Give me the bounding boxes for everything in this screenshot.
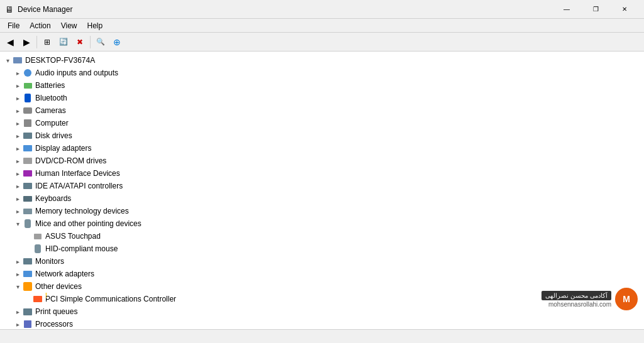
tree-label-touchpad: ASUS Touchpad [45, 232, 101, 241]
expand-arrow-display[interactable] [13, 143, 23, 153]
tree-item-hid-mouse[interactable]: HID-compliant mouse [0, 242, 644, 255]
toolbar-sep-1 [36, 36, 37, 48]
close-button[interactable]: ✕ [610, 0, 639, 19]
icon-bluetooth [23, 93, 33, 103]
tree-item-processors[interactable]: Processors [0, 318, 644, 329]
icon-audio [23, 68, 33, 78]
tree-label-network: Network adapters [35, 270, 94, 278]
menu-item-view[interactable]: View [56, 20, 82, 31]
expand-arrow-network[interactable] [13, 269, 23, 279]
icon-print [23, 307, 33, 317]
tree-label-print-queues: Print queues [35, 307, 77, 316]
expand-arrow-keyboards[interactable] [13, 193, 23, 204]
expand-arrow-processors[interactable] [13, 319, 23, 329]
tree-item-disk[interactable]: Disk drives [0, 129, 644, 142]
minimize-button[interactable]: — [552, 0, 581, 19]
icon-display [23, 143, 33, 153]
maximize-button[interactable]: ❐ [581, 0, 610, 19]
menu-item-file[interactable]: File [3, 20, 25, 31]
icon-hid [23, 168, 33, 178]
tree-item-computer[interactable]: Computer [0, 117, 644, 129]
expand-arrow-hid[interactable] [13, 168, 23, 178]
icon-camera [23, 106, 33, 116]
expand-arrow-disk[interactable] [13, 131, 23, 141]
expand-arrow-computer[interactable] [13, 118, 23, 128]
tree-label-audio: Audio inputs and outputs [35, 68, 118, 77]
tree-label-cameras: Cameras [35, 106, 66, 115]
tree-label-dvd: DVD/CD-ROM drives [35, 156, 106, 165]
expand-arrow-cameras[interactable] [13, 106, 23, 116]
tree-label-computer: Computer [35, 119, 69, 128]
tree-label-hid: Human Interface Devices [35, 169, 120, 178]
tree-label-hid-mouse: HID-compliant mouse [45, 244, 118, 253]
tree-label-processors: Processors [35, 320, 73, 329]
menu-bar: FileActionViewHelp [0, 19, 644, 33]
expand-arrow-root[interactable] [3, 55, 13, 65]
tree-label-root: DESKTOP-FV3674A [25, 56, 95, 65]
tree-item-bluetooth[interactable]: Bluetooth [0, 92, 644, 104]
add-legacy-button[interactable]: ⊕ [109, 35, 125, 50]
icon-chip [23, 118, 33, 128]
tree-item-display[interactable]: Display adapters [0, 142, 644, 155]
properties-button[interactable]: ⊞ [40, 35, 55, 50]
expand-arrow-dvd[interactable] [13, 156, 23, 166]
window-controls: — ❐ ✕ [552, 0, 639, 19]
watermark-logo: M [615, 288, 638, 310]
icon-disk [23, 131, 33, 141]
expand-arrow-mice-parent[interactable] [13, 219, 23, 229]
tree-label-bluetooth: Bluetooth [35, 94, 67, 102]
tree-item-memory[interactable]: Memory technology devices [0, 205, 644, 217]
tree-label-disk: Disk drives [35, 131, 72, 140]
tree-item-mice-parent[interactable]: Mice and other pointing devices [0, 217, 644, 230]
tree-item-root[interactable]: DESKTOP-FV3674A [0, 54, 644, 67]
icon-network [23, 269, 33, 279]
watermark: آکادمی محسن نصرالهی mohsennasrollahi.com… [541, 288, 638, 310]
expand-arrow-audio[interactable] [13, 68, 23, 78]
watermark-text: آکادمی محسن نصرالهی mohsennasrollahi.com [541, 291, 611, 308]
tree-item-network[interactable]: Network adapters [0, 268, 644, 280]
tree-item-touchpad[interactable]: ASUS Touchpad [0, 230, 644, 242]
expand-arrow-memory[interactable] [13, 206, 23, 216]
main-content-container: DESKTOP-FV3674AAudio inputs and outputsB… [0, 52, 644, 329]
tree-item-cameras[interactable]: Cameras [0, 104, 644, 117]
icon-mouse [33, 244, 43, 254]
icon-memory [23, 206, 33, 216]
tree-label-other-parent: Other devices [35, 282, 82, 291]
tree-label-display: Display adapters [35, 144, 91, 153]
tree-item-dvd[interactable]: DVD/CD-ROM drives [0, 155, 644, 167]
expand-arrow-other-parent[interactable] [13, 281, 23, 291]
expand-arrow-print-queues[interactable] [13, 307, 23, 317]
update-driver-button[interactable]: 🔄 [56, 35, 71, 50]
tree-label-monitors: Monitors [35, 257, 64, 266]
toolbar: ◀ ▶ ⊞ 🔄 ✖ 🔍 ⊕ [0, 33, 644, 52]
tree-item-ide[interactable]: IDE ATA/ATAPI controllers [0, 180, 644, 192]
icon-processor [23, 319, 33, 329]
tree-label-batteries: Batteries [35, 81, 65, 90]
icon-dvd [23, 156, 33, 166]
scan-button[interactable]: 🔍 [93, 35, 108, 50]
uninstall-button[interactable]: ✖ [72, 35, 87, 50]
icon-ide [23, 181, 33, 191]
watermark-name: آکادمی محسن نصرالهی [541, 291, 611, 300]
toolbar-sep-2 [90, 36, 91, 48]
expand-arrow-ide[interactable] [13, 181, 23, 191]
watermark-url: mohsennasrollahi.com [548, 301, 611, 308]
title-text: Device Manager [18, 5, 72, 14]
icon-mouse [23, 219, 33, 229]
menu-item-help[interactable]: Help [82, 20, 108, 31]
forward-button[interactable]: ▶ [19, 35, 34, 50]
expand-arrow-bluetooth[interactable] [13, 93, 23, 103]
tree-item-hid[interactable]: Human Interface Devices [0, 167, 644, 180]
tree-item-monitors[interactable]: Monitors [0, 255, 644, 268]
tree-item-keyboards[interactable]: Keyboards [0, 192, 644, 205]
title-bar: 🖥 Device Manager — ❐ ✕ [0, 0, 644, 19]
back-button[interactable]: ◀ [3, 35, 18, 50]
tree-item-audio[interactable]: Audio inputs and outputs [0, 67, 644, 79]
expand-arrow-batteries[interactable] [13, 80, 23, 90]
tree-label-mice-parent: Mice and other pointing devices [35, 219, 142, 228]
expand-arrow-monitors[interactable] [13, 256, 23, 266]
menu-item-action[interactable]: Action [25, 20, 55, 31]
app-icon: 🖥 [5, 4, 14, 14]
tree-item-batteries[interactable]: Batteries [0, 79, 644, 92]
icon-touchpad [33, 231, 43, 241]
